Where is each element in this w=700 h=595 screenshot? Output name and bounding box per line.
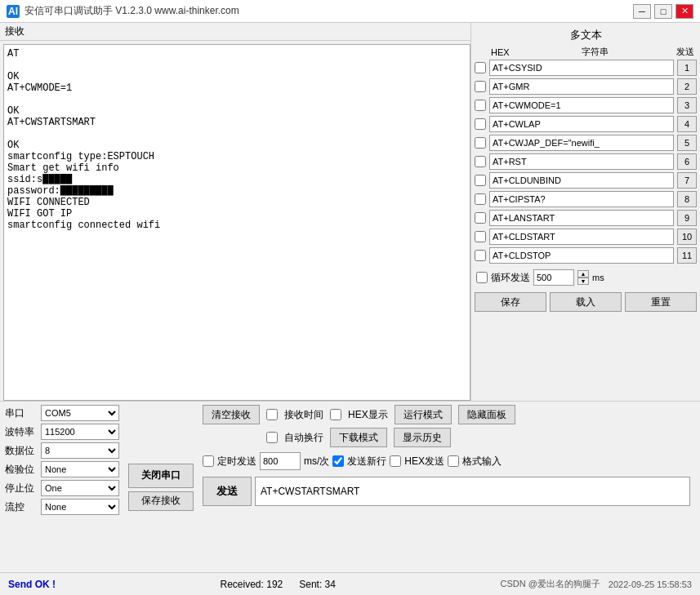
save-button[interactable]: 保存 [475, 292, 546, 312]
port-select[interactable]: COM5 [41, 405, 119, 421]
statusbar: Send OK ! Received: 192 Sent: 34 CSDN @爱… [0, 572, 700, 595]
cmd-send-btn-11[interactable]: 11 [677, 247, 697, 264]
cmd-input-8[interactable] [489, 191, 674, 207]
baud-select[interactable]: 115200 [41, 424, 119, 440]
open-port-button[interactable]: 关闭串口 [128, 464, 194, 488]
cmd-input-10[interactable] [489, 229, 674, 245]
cmd-checkbox-3[interactable] [475, 100, 486, 111]
auto-newline-checkbox[interactable] [266, 432, 278, 443]
cmd-checkbox-6[interactable] [475, 156, 486, 167]
check-select[interactable]: None [41, 461, 119, 477]
maximize-button[interactable]: □ [654, 4, 672, 19]
loop-spinner: ▲ ▼ [577, 270, 589, 285]
cmd-checkbox-4[interactable] [475, 118, 486, 130]
cmd-send-btn-5[interactable]: 5 [677, 135, 697, 151]
command-row: 3 [475, 97, 697, 113]
rc-row1: 清空接收 接收时间 HEX显示 运行模式 隐藏面板 [203, 405, 695, 424]
recv-time-label: 接收时间 [284, 408, 323, 422]
cmd-send-btn-2[interactable]: 2 [677, 78, 697, 95]
cmd-input-1[interactable] [489, 60, 674, 76]
receive-textarea[interactable] [3, 44, 470, 401]
close-button[interactable]: ✕ [675, 4, 693, 19]
window-controls: ─ □ ✕ [633, 4, 693, 19]
right-controls: 清空接收 接收时间 HEX显示 运行模式 隐藏面板 自动换行 下载模式 显示历史… [203, 405, 695, 569]
data-select[interactable]: 8 [41, 442, 119, 459]
command-row: 1 [475, 60, 697, 76]
left-panel: 接收 [0, 23, 471, 401]
loop-interval-input[interactable] [533, 269, 574, 286]
spinner-down[interactable]: ▼ [577, 278, 589, 285]
save-recv-button[interactable]: 保存接收 [128, 491, 194, 511]
flow-select[interactable]: None [41, 499, 119, 515]
column-headers: HEX 字符串 发送 [475, 46, 697, 60]
cmd-send-btn-1[interactable]: 1 [677, 60, 697, 76]
flow-setting: 流控 None [5, 499, 119, 515]
reset-button[interactable]: 重置 [625, 292, 697, 312]
timed-interval-input[interactable] [260, 452, 301, 470]
minimize-button[interactable]: ─ [633, 4, 651, 19]
cmd-send-btn-9[interactable]: 9 [677, 210, 697, 226]
send-button[interactable]: 发送 [203, 477, 252, 506]
app-title: 安信可串口调试助手 V1.2.3.0 www.ai-thinker.com [25, 4, 239, 18]
timed-send-checkbox[interactable] [203, 455, 214, 467]
cmd-input-7[interactable] [489, 172, 674, 189]
load-button[interactable]: 载入 [550, 292, 622, 312]
mid-controls: 关闭串口 保存接收 [124, 405, 198, 569]
watermark: CSDN @爱出名的狗腿子 [500, 578, 600, 590]
cmd-input-9[interactable] [489, 210, 674, 226]
cmd-input-11[interactable] [489, 247, 674, 264]
cmd-checkbox-2[interactable] [475, 81, 486, 92]
cmd-send-btn-7[interactable]: 7 [677, 172, 697, 189]
format-input-checkbox[interactable] [448, 455, 459, 467]
data-label: 数据位 [5, 444, 38, 458]
cmd-checkbox-9[interactable] [475, 212, 486, 224]
action-buttons: 保存 载入 重置 [475, 292, 697, 312]
format-input-label: 格式输入 [462, 455, 502, 468]
cmd-checkbox-5[interactable] [475, 137, 486, 149]
cmd-checkbox-8[interactable] [475, 193, 486, 205]
send-input-field[interactable] [255, 477, 690, 506]
cmd-send-btn-8[interactable]: 8 [677, 191, 697, 207]
command-row: 7 [475, 172, 697, 189]
cmd-checkbox-7[interactable] [475, 175, 486, 186]
newline-checkbox[interactable] [332, 455, 344, 467]
baud-label: 波特率 [5, 425, 38, 439]
titlebar: AI 安信可串口调试助手 V1.2.3.0 www.ai-thinker.com… [0, 0, 700, 23]
cmd-input-2[interactable] [489, 78, 674, 95]
cmd-send-btn-6[interactable]: 6 [677, 153, 697, 170]
flow-label: 流控 [5, 500, 38, 514]
newline-label: 发送新行 [347, 455, 386, 468]
cmd-input-5[interactable] [489, 135, 674, 151]
loop-send-checkbox[interactable] [476, 272, 488, 283]
clear-recv-button[interactable]: 清空接收 [203, 405, 260, 424]
hide-panel-button[interactable]: 隐藏面板 [458, 405, 515, 424]
data-setting: 数据位 8 [5, 442, 119, 459]
app-icon: AI [7, 5, 20, 18]
cmd-input-4[interactable] [489, 116, 674, 132]
stop-select[interactable]: One [41, 480, 119, 496]
command-row: 8 [475, 191, 697, 207]
download-mode-button[interactable]: 下载模式 [330, 428, 387, 447]
check-label: 检验位 [5, 463, 38, 477]
cmd-checkbox-1[interactable] [475, 62, 486, 73]
command-row: 10 [475, 229, 697, 245]
cmd-send-btn-3[interactable]: 3 [677, 97, 697, 113]
receive-header: 接收 [0, 23, 470, 41]
cmd-send-btn-10[interactable]: 10 [677, 229, 697, 245]
spinner-up[interactable]: ▲ [577, 270, 589, 278]
control-row1: 串口 COM5 波特率 115200 数据位 8 检验位 None 停止位 On… [0, 402, 700, 572]
hex-display-checkbox[interactable] [330, 409, 341, 420]
run-mode-button[interactable]: 运行模式 [395, 405, 452, 424]
recv-time-checkbox[interactable] [266, 409, 278, 420]
ms-label: ms [592, 273, 604, 282]
string-col-label: 字符串 [519, 46, 671, 58]
rc-row2: 自动换行 下载模式 显示历史 [203, 428, 695, 447]
show-history-button[interactable]: 显示历史 [394, 428, 451, 447]
serial-settings: 串口 COM5 波特率 115200 数据位 8 检验位 None 停止位 On… [5, 405, 119, 569]
cmd-checkbox-10[interactable] [475, 231, 486, 242]
cmd-checkbox-11[interactable] [475, 250, 486, 261]
cmd-input-6[interactable] [489, 153, 674, 170]
cmd-input-3[interactable] [489, 97, 674, 113]
cmd-send-btn-4[interactable]: 4 [677, 116, 697, 132]
hex-send-checkbox[interactable] [390, 455, 401, 467]
